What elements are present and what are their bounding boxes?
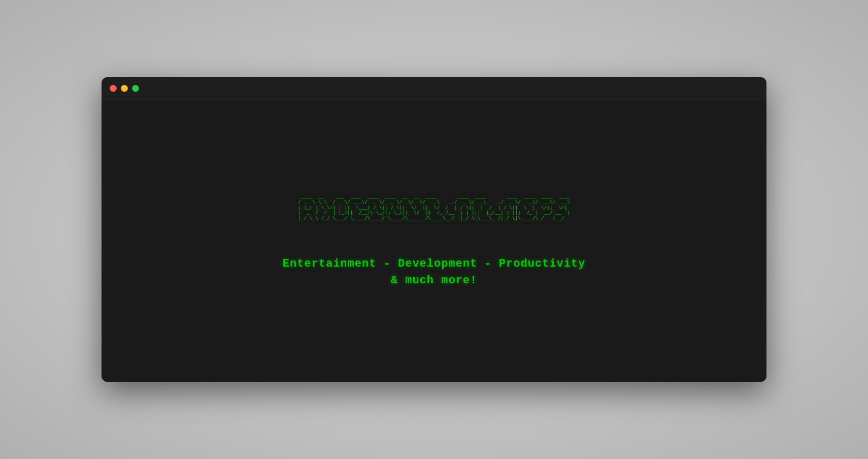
ascii-art-main-container: ____ __ ___ ____ ____ ____ __ __ ____ __… bbox=[122, 194, 746, 222]
subtitle-line1: Entertainment - Development - Productivi… bbox=[283, 257, 586, 270]
maximize-button[interactable] bbox=[132, 85, 139, 92]
traffic-lights bbox=[110, 85, 139, 92]
ascii-big-title: ____ __ ___ ____ ____ ____ __ __ ____ __… bbox=[295, 194, 573, 222]
subtitle-line2: & much more! bbox=[391, 274, 477, 287]
titlebar bbox=[102, 77, 766, 100]
close-button[interactable] bbox=[110, 85, 117, 92]
desktop: ___ ___ ___ ___ ____ ____ ____ ____ _ /_… bbox=[0, 0, 868, 459]
minimize-button[interactable] bbox=[121, 85, 128, 92]
window-content: ___ ___ ___ ___ ____ ____ ____ ____ _ /_… bbox=[102, 100, 766, 382]
app-window: ___ ___ ___ ___ ____ ____ ____ ____ _ /_… bbox=[102, 77, 766, 382]
subtitle-container: Entertainment - Development - Productivi… bbox=[283, 257, 586, 287]
